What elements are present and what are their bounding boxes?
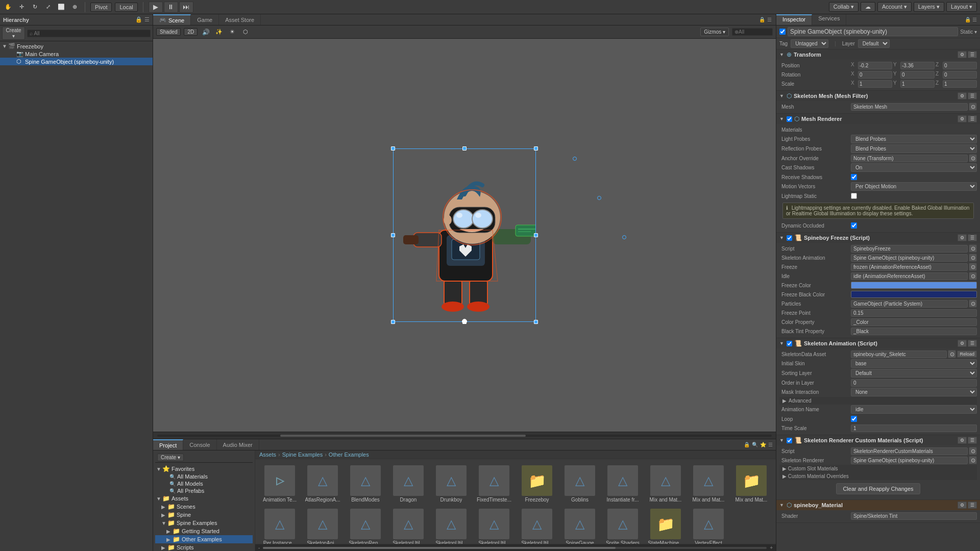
asset-item-blend-modes[interactable]: △ BlendModes xyxy=(345,463,386,505)
asset-item-fixed-timeste[interactable]: △ FixedTimeste... xyxy=(474,463,514,505)
asset-item-dragon[interactable]: △ Dragon xyxy=(388,463,429,505)
receive-shadows-checkbox[interactable] xyxy=(851,174,857,180)
pos-y-input[interactable] xyxy=(900,62,935,69)
proj-item-other-examples[interactable]: ▶ 📁 Other Examples xyxy=(155,535,253,543)
inspector-lock-icon[interactable]: 🔒 xyxy=(965,17,971,22)
tree-item-freezeboy[interactable]: ▼ 🎬 Freezeboy xyxy=(0,42,153,50)
tab-audio-mixer[interactable]: Audio Mixer xyxy=(217,439,259,450)
asset-item-state-machine[interactable]: 📁 StateMachine... xyxy=(645,507,686,544)
skeleton-data-select-btn[interactable]: ⊙ xyxy=(948,350,956,358)
skeleton-renderer-custom-menu-btn[interactable]: ☰ xyxy=(968,437,977,444)
mesh-filter-menu-btn[interactable]: ☰ xyxy=(968,92,977,99)
proj-item-getting-started[interactable]: ▶ 📁 Getting Started xyxy=(155,527,253,535)
skeleton-anim-settings-btn[interactable]: ⚙ xyxy=(958,340,967,347)
rot-x-input[interactable] xyxy=(858,71,892,79)
proj-item-scenes[interactable]: ▶ 📁 Scenes xyxy=(155,503,253,511)
scene-viewport[interactable] xyxy=(153,39,776,432)
asset-item-spine-gauge[interactable]: △ SpineGauge xyxy=(559,507,600,544)
animation-name-select[interactable]: idle xyxy=(851,405,977,414)
gizmos-btn[interactable]: Gizmos ▾ xyxy=(700,28,729,36)
freeze-black-color-swatch[interactable] xyxy=(851,291,977,298)
asset-item-vertex-effect[interactable]: △ VertexEffect xyxy=(688,507,729,544)
rect-tool[interactable]: ⬜ xyxy=(56,2,66,12)
asset-item-animation-te[interactable]: ▷ Animation Te... xyxy=(259,463,300,505)
cloud-btn[interactable]: ☁ xyxy=(861,2,875,12)
comp-transform-header[interactable]: ▼ ⊕ Transform ⚙ ☰ xyxy=(776,49,980,60)
handle-mr[interactable] xyxy=(534,233,538,237)
tag-select[interactable]: Untagged xyxy=(791,39,828,48)
asset-item-skeleton-util-1[interactable]: △ SkeletonUtil... xyxy=(388,507,429,544)
hierarchy-create-btn[interactable]: Create ▾ xyxy=(2,27,25,40)
layout-btn[interactable]: Layout ▾ xyxy=(946,2,977,12)
fx-btn[interactable]: ✨ xyxy=(214,27,224,37)
transform-settings-btn[interactable]: ⚙ xyxy=(958,51,967,58)
transform-menu-btn[interactable]: ☰ xyxy=(968,51,977,58)
static-label[interactable]: Static ▾ xyxy=(960,29,977,35)
asset-item-skeleton-ani[interactable]: △ SkeletonAni... xyxy=(302,507,343,544)
asset-item-mix-mat-1[interactable]: △ Mix and Mat... xyxy=(645,463,686,505)
comp-mesh-renderer-header[interactable]: ▼ ⬡ Mesh Renderer ⚙ ☰ xyxy=(776,114,980,124)
skeleton-renderer-custom-enabled[interactable] xyxy=(787,438,792,443)
mask-interaction-select[interactable]: None xyxy=(851,388,977,396)
asset-grid-zoom-slider[interactable] xyxy=(263,547,767,549)
rotate-tool[interactable]: ↻ xyxy=(30,2,40,12)
order-in-layer-input[interactable] xyxy=(851,379,977,387)
light-probes-select[interactable]: Blend Probes xyxy=(851,135,977,143)
scene-lock-icon[interactable]: 🔒 xyxy=(759,17,765,22)
script-select-freeze-btn[interactable]: ⊙ xyxy=(969,244,977,253)
skeleton-renderer-select-btn[interactable]: ⊙ xyxy=(969,456,977,464)
asset-item-skeleton-util-2[interactable]: △ SkeletonUtil... xyxy=(431,507,472,544)
scene-lighting-btn[interactable]: ☀ xyxy=(227,27,237,37)
asset-item-freezeboy[interactable]: 📁 Freezeboy xyxy=(517,463,557,505)
clear-reapply-btn[interactable]: Clear and Reapply Changes xyxy=(836,483,920,494)
comp-skeleton-mesh-header[interactable]: ▼ ⬡ Skeleton Mesh (Mesh Filter) ⚙ ☰ xyxy=(776,91,980,101)
material-settings-btn[interactable]: ⚙ xyxy=(958,502,967,509)
rotation-handle-2[interactable] xyxy=(597,196,601,200)
cast-shadows-select[interactable]: On xyxy=(851,163,977,172)
asset-item-skeleton-ren[interactable]: △ SkeletonRen... xyxy=(345,507,386,544)
rot-z-input[interactable] xyxy=(943,71,977,79)
asset-item-drunkboy[interactable]: △ Drunkboy xyxy=(431,463,472,505)
mesh-filter-settings-btn[interactable]: ⚙ xyxy=(958,92,967,99)
asset-item-sprite-shaders[interactable]: △ Sprite Shaders xyxy=(602,507,643,544)
color-property-input[interactable] xyxy=(851,318,977,326)
comp-skeleton-renderer-custom-header[interactable]: ▼ 📜 Skeleton Renderer Custom Materials (… xyxy=(776,435,980,445)
move-tool[interactable]: ✛ xyxy=(16,2,27,12)
scale-y-input[interactable] xyxy=(900,80,935,88)
pos-z-input[interactable] xyxy=(943,62,977,69)
asset-grid-zoom-out[interactable]: - xyxy=(258,545,260,550)
step-button[interactable]: ⏭ xyxy=(179,2,193,13)
tree-item-spine-gameobj[interactable]: ⬡ Spine GameObject (spineboy-unity) xyxy=(0,58,153,65)
freeze-color-swatch[interactable] xyxy=(851,282,977,289)
comp-spineboy-freeze-header[interactable]: ▼ 📜 Spineboy Freeze (Script) ⚙ ☰ xyxy=(776,233,980,243)
anchor-override-select-btn[interactable]: ⊙ xyxy=(969,154,977,162)
motion-vectors-select[interactable]: Per Object Motion xyxy=(851,182,977,191)
hierarchy-lock[interactable]: 🔒 xyxy=(135,16,142,23)
play-button[interactable]: ▶ xyxy=(149,2,163,13)
handle-bl[interactable] xyxy=(391,320,395,324)
mesh-renderer-menu-btn[interactable]: ☰ xyxy=(968,115,977,122)
time-scale-input[interactable] xyxy=(851,424,977,432)
2d-btn[interactable]: 2D xyxy=(184,28,198,36)
shader-input[interactable] xyxy=(851,512,977,520)
advanced-section[interactable]: ▶ Advanced xyxy=(779,397,977,405)
breadcrumb-other-examples[interactable]: Other Examples xyxy=(329,452,369,458)
rot-y-input[interactable] xyxy=(900,71,935,79)
asset-item-mix-mat-2[interactable]: △ Mix and Mat... xyxy=(688,463,729,505)
bottom-star-icon[interactable]: ⭐ xyxy=(760,442,766,447)
scene-search-input[interactable] xyxy=(732,28,773,36)
script-select-custom-btn[interactable]: ⊙ xyxy=(969,447,977,455)
tab-project[interactable]: Project xyxy=(153,439,183,450)
transform-tool[interactable]: ⊕ xyxy=(69,2,80,12)
freeze-select-btn[interactable]: ⊙ xyxy=(969,263,977,271)
shading-btn[interactable]: Shaded xyxy=(156,28,181,36)
audio-btn[interactable]: 🔊 xyxy=(201,27,211,37)
lightmap-static-checkbox[interactable] xyxy=(851,193,857,199)
asset-grid-zoom-in[interactable]: + xyxy=(770,545,773,550)
proj-item-spine[interactable]: ▶ 📁 Spine xyxy=(155,511,253,519)
reflection-probes-select[interactable]: Blend Probes xyxy=(851,144,977,153)
spineboy-freeze-enabled[interactable] xyxy=(787,235,792,241)
asset-item-instantiate-fr[interactable]: △ Instantiate fr... xyxy=(602,463,643,505)
bottom-menu-icon[interactable]: ☰ xyxy=(768,442,773,447)
tab-services[interactable]: Services xyxy=(812,14,846,25)
